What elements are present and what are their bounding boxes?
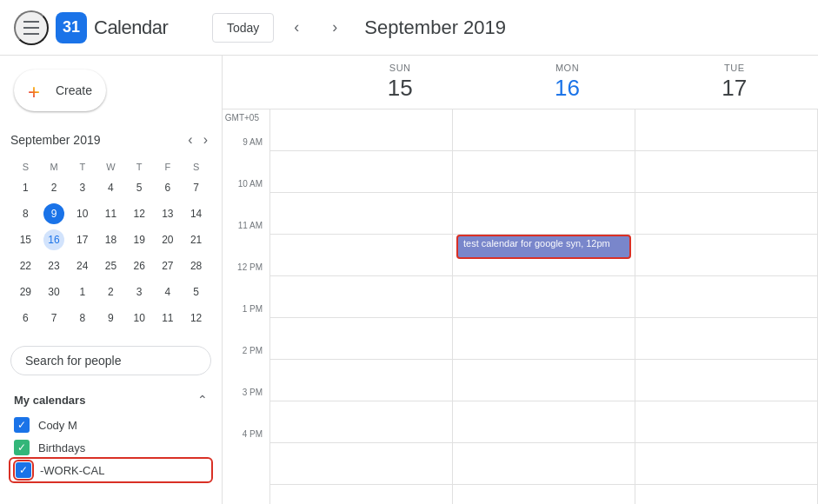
time-label-row: 2 PM (223, 342, 269, 384)
sidebar: Create September 2019 ‹ › SMTWTFS 123456… (0, 56, 223, 504)
hour-line (635, 401, 817, 443)
calendar-item[interactable]: ✓Cody M (10, 414, 211, 436)
calendar-item-label: Birthdays (38, 441, 85, 454)
calendar-checkbox[interactable]: ✓ (16, 462, 31, 478)
time-label-text: 12 PM (237, 262, 263, 272)
app-icon: 31 (56, 12, 87, 43)
mini-cal-day[interactable]: 29 (12, 280, 39, 304)
mini-cal-day[interactable]: 12 (183, 306, 209, 330)
hour-line (635, 276, 817, 318)
hour-line (635, 235, 817, 276)
hour-line (453, 360, 635, 401)
mini-cal-day[interactable]: 1 (69, 280, 96, 304)
time-labels: GMT+05 9 AM10 AM11 AM12 PM1 PM2 PM3 PM4 … (223, 109, 269, 504)
mini-cal-day[interactable]: 25 (97, 254, 124, 278)
mini-cal-day[interactable]: 14 (183, 202, 209, 226)
hour-line (270, 151, 452, 193)
mini-cal-day[interactable]: 3 (69, 176, 96, 200)
time-label-text: 2 PM (243, 346, 263, 355)
app-name: Calendar (94, 17, 168, 39)
day-number[interactable]: 17 (651, 75, 818, 102)
mini-cal-day[interactable]: 7 (183, 176, 209, 200)
search-people-input[interactable]: Search for people (10, 346, 211, 375)
day-column: test calendar for google syn, 12pm (453, 109, 635, 504)
mini-cal-day[interactable]: 7 (41, 306, 68, 330)
day-abbr: MON (483, 63, 650, 73)
prev-arrow[interactable]: ‹ (281, 12, 312, 43)
mini-cal-prev[interactable]: ‹ (184, 129, 196, 151)
day-columns: test calendar for google syn, 12pm (269, 109, 818, 504)
day-number[interactable]: 16 (483, 75, 650, 102)
mini-cal-day[interactable]: 9 (41, 202, 68, 226)
mini-cal-day[interactable]: 2 (41, 176, 68, 200)
mini-cal-day[interactable]: 11 (97, 202, 124, 226)
mini-cal-day-header: S (183, 160, 209, 174)
mini-cal-next[interactable]: › (200, 129, 211, 151)
mini-cal-day[interactable]: 30 (41, 280, 68, 304)
time-label-row: 11 AM (223, 217, 269, 259)
mini-cal-day[interactable]: 3 (126, 280, 153, 304)
mini-cal-day[interactable]: 8 (69, 306, 96, 330)
hour-line (270, 276, 452, 318)
calendar-item[interactable]: ✓-WORK-CAL (10, 459, 211, 481)
time-label-row: 10 AM (223, 176, 269, 217)
mini-cal-day[interactable]: 10 (69, 202, 96, 226)
time-label-text: 10 AM (238, 179, 263, 189)
my-calendars-header[interactable]: My calendars ⌃ (10, 386, 211, 414)
next-arrow[interactable]: › (319, 12, 350, 43)
mini-cal-day[interactable]: 2 (97, 280, 124, 304)
mini-cal-day[interactable]: 28 (183, 254, 209, 278)
mini-cal-day[interactable]: 24 (69, 254, 96, 278)
day-column (635, 109, 818, 504)
day-col-header: MON16 (483, 56, 650, 109)
calendar-checkbox[interactable]: ✓ (14, 440, 30, 455)
mini-cal-day[interactable]: 16 (41, 228, 68, 252)
mini-cal-day[interactable]: 22 (12, 254, 39, 278)
hamburger-menu[interactable] (14, 10, 49, 45)
today-button[interactable]: Today (212, 13, 274, 43)
mini-cal-day[interactable]: 5 (183, 280, 209, 304)
day-col-header: TUE17 (651, 56, 818, 109)
calendar-checkbox[interactable]: ✓ (14, 417, 30, 433)
mini-cal-day[interactable]: 5 (126, 176, 153, 200)
hour-line (270, 443, 452, 485)
mini-cal-day[interactable]: 12 (126, 202, 153, 226)
calendar-list: ✓Cody M✓Birthdays✓-WORK-CAL (10, 414, 211, 481)
mini-cal-day[interactable]: 6 (12, 306, 39, 330)
mini-cal-day[interactable]: 18 (97, 228, 124, 252)
calendars-collapse-icon: ⌃ (197, 393, 208, 407)
mini-cal-day[interactable]: 6 (155, 176, 182, 200)
calendar-item[interactable]: ✓Birthdays (10, 436, 211, 459)
create-button[interactable]: Create (14, 70, 106, 111)
mini-cal-day[interactable]: 9 (97, 306, 124, 330)
mini-cal-day[interactable]: 10 (126, 306, 153, 330)
mini-cal-day[interactable]: 20 (155, 228, 182, 252)
mini-cal-day[interactable]: 21 (183, 228, 209, 252)
mini-cal-day[interactable]: 15 (12, 228, 39, 252)
hour-line (270, 109, 452, 151)
mini-cal-header: September 2019 ‹ › (10, 125, 211, 155)
hour-line (453, 318, 635, 360)
day-abbr: SUN (316, 63, 483, 73)
mini-cal-day[interactable]: 13 (155, 202, 182, 226)
mini-cal-day[interactable]: 27 (155, 254, 182, 278)
mini-cal-day[interactable]: 26 (126, 254, 153, 278)
calendar-item-label: -WORK-CAL (40, 464, 104, 477)
mini-cal-day[interactable]: 1 (12, 176, 39, 200)
mini-cal-day[interactable]: 17 (69, 228, 96, 252)
calendar-event[interactable]: test calendar for google syn, 12pm (456, 235, 631, 259)
mini-cal-day[interactable]: 4 (155, 280, 182, 304)
create-label: Create (56, 83, 92, 97)
mini-cal-day[interactable]: 23 (41, 254, 68, 278)
day-number[interactable]: 15 (316, 75, 483, 102)
mini-cal-day[interactable]: 19 (126, 228, 153, 252)
day-col-header: SUN15 (316, 56, 483, 109)
mini-cal-day[interactable]: 8 (12, 202, 39, 226)
hour-line (453, 443, 635, 485)
day-abbr: TUE (651, 63, 818, 73)
mini-cal-day[interactable]: 4 (97, 176, 124, 200)
hour-line (453, 401, 635, 443)
mini-cal-day-header: W (97, 160, 124, 174)
time-label-row: 3 PM (223, 384, 269, 426)
mini-cal-day[interactable]: 11 (155, 306, 182, 330)
